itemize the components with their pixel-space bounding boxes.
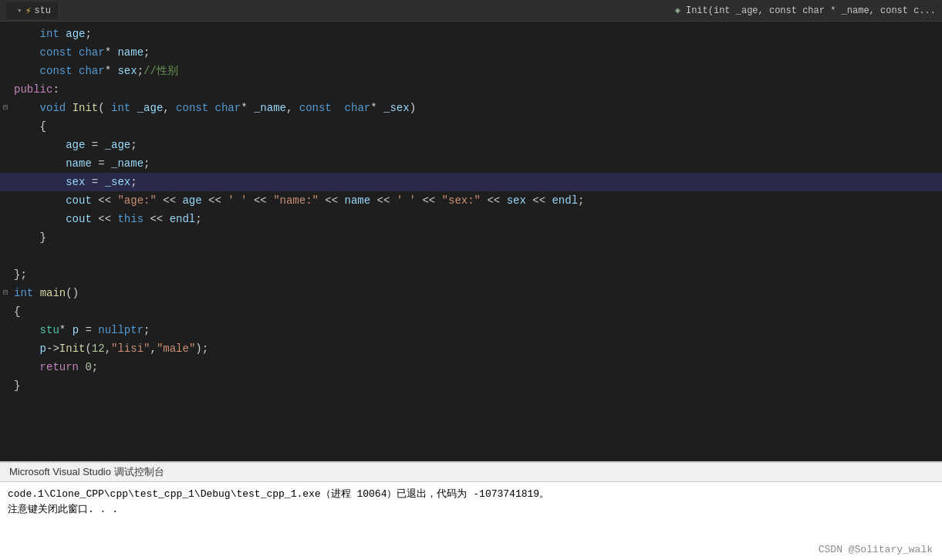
gutter (0, 210, 11, 228)
gutter (0, 376, 11, 395)
gutter (0, 154, 11, 173)
line-content: return 0; (11, 358, 942, 376)
code-line: } (0, 376, 942, 395)
gutter (0, 117, 11, 136)
title-bar: ▾ ⚡ stu ◈ Init(int _age, const char * _n… (0, 0, 942, 22)
tab-arrow: ▾ (17, 5, 22, 15)
code-line: { (0, 117, 942, 136)
gutter (0, 339, 11, 358)
code-line: return 0; (0, 358, 942, 376)
gutter (0, 173, 11, 191)
code-line: const char* sex;//性别 (0, 62, 942, 80)
line-content: int main() (11, 284, 942, 302)
gutter (0, 321, 11, 339)
tab-label: stu (34, 5, 51, 16)
gutter: ⊟ (0, 284, 11, 302)
code-line: stu* p = nullptr; (0, 321, 942, 339)
gutter (0, 247, 11, 265)
code-line: int age; (0, 25, 942, 43)
line-content: name = _name; (11, 154, 942, 173)
line-content: }; (11, 265, 942, 284)
gutter (0, 358, 11, 376)
breadcrumb-func: Init(int _age, const char * _name, const… (686, 5, 936, 16)
code-line: ⊟ int main() (0, 284, 942, 302)
gutter (0, 136, 11, 154)
line-content: const char* sex;//性别 (11, 62, 942, 80)
code-editor[interactable]: int age; const char* name; const char* s… (0, 22, 942, 461)
line-content: public: (11, 80, 942, 99)
console-line-1: code.1\Clone_CPP\cpp\test_cpp_1\Debug\te… (8, 487, 934, 502)
line-content: const char* name; (11, 43, 942, 62)
gutter (0, 302, 11, 321)
line-content: { (11, 302, 942, 321)
line-content: { (11, 117, 942, 136)
console-title: Microsoft Visual Studio 调试控制台 (0, 463, 942, 482)
gutter (0, 265, 11, 284)
gutter (0, 191, 11, 210)
line-content: int age; (11, 25, 942, 43)
console-line-2: 注意键关闭此窗口. . . (8, 502, 934, 518)
code-line: const char* name; (0, 43, 942, 62)
code-line: public: (0, 80, 942, 99)
line-content: void Init( int _age, const char* _name, … (11, 99, 942, 117)
breadcrumb-icon: ◈ (675, 5, 680, 16)
watermark: CSDN @Solitary_walk (819, 544, 933, 555)
bottom-panel: Microsoft Visual Studio 调试控制台 code.1\Clo… (0, 461, 942, 560)
gutter (0, 80, 11, 99)
gutter (0, 43, 11, 62)
file-tab[interactable]: ▾ ⚡ stu (6, 2, 59, 19)
collapse-button[interactable]: ⊟ (3, 99, 8, 117)
code-line (0, 247, 942, 265)
line-content: } (11, 376, 942, 395)
code-lines: int age; const char* name; const char* s… (0, 25, 942, 395)
tab-icon: ⚡ (25, 5, 32, 17)
console-output: code.1\Clone_CPP\cpp\test_cpp_1\Debug\te… (0, 482, 942, 560)
code-line: age = _age; (0, 136, 942, 154)
line-content: sex = _sex; (11, 173, 942, 191)
code-line: name = _name; (0, 154, 942, 173)
line-content: cout << "age:" << age << ' ' << "name:" … (11, 191, 942, 210)
breadcrumb: ◈ Init(int _age, const char * _name, con… (675, 5, 936, 16)
gutter (0, 228, 11, 247)
code-line: p->Init(12,"lisi","male"); (0, 339, 942, 358)
line-content: stu* p = nullptr; (11, 321, 942, 339)
code-line: }; (0, 265, 942, 284)
code-line: { (0, 302, 942, 321)
line-content (11, 247, 942, 265)
gutter (0, 25, 11, 43)
line-content: age = _age; (11, 136, 942, 154)
line-content: p->Init(12,"lisi","male"); (11, 339, 942, 358)
code-line: ⊟ void Init( int _age, const char* _name… (0, 99, 942, 117)
collapse-button[interactable]: ⊟ (3, 284, 8, 302)
gutter: ⊟ (0, 99, 11, 117)
code-line: } (0, 228, 942, 247)
line-content: cout << this << endl; (11, 210, 942, 228)
gutter (0, 62, 11, 80)
code-line: cout << "age:" << age << ' ' << "name:" … (0, 191, 942, 210)
code-line: cout << this << endl; (0, 210, 942, 228)
code-line-highlighted: sex = _sex; (0, 173, 942, 191)
line-content: } (11, 228, 942, 247)
